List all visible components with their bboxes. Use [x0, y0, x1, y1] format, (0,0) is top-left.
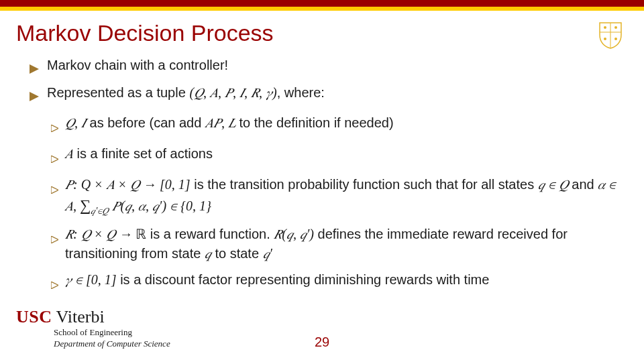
footer: USCViterbi School of Engineering Departm…: [0, 307, 644, 350]
s1d: to the definition if needed): [235, 115, 394, 130]
s3g: 𝑃(𝑞, 𝛼, 𝑞′) ∈ {0, 1}: [109, 198, 211, 213]
arrow-icon: [51, 229, 58, 249]
bullet-1: Markov chain with a controller!: [30, 56, 621, 79]
s4e: 𝑞: [205, 246, 211, 261]
s4a: 𝑅: 𝑄 × 𝑄 →: [65, 227, 136, 241]
page-number: 29: [315, 335, 329, 350]
s4g: 𝑞′: [263, 246, 272, 261]
s3f: ∑: [80, 197, 91, 214]
svg-marker-10: [51, 186, 58, 194]
svg-point-2: [604, 26, 606, 29]
viterbi-wordmark: Viterbi: [56, 307, 105, 326]
sub2-text: 𝐴 is a finite set of actions: [65, 144, 213, 164]
footer-left: USCViterbi School of Engineering Departm…: [0, 307, 170, 350]
s2a: 𝐴: [65, 146, 73, 161]
s3a: 𝑃: Q × 𝐴 × 𝑄 → [0, 1]: [65, 177, 191, 192]
sub5-text: 𝛾 ∈ [0, 1] is a discount factor represen…: [65, 270, 489, 290]
svg-marker-6: [30, 64, 39, 74]
usc-shield-icon: [596, 20, 625, 52]
sub1-text: 𝑄, 𝐼 as before (can add 𝐴𝑃, 𝐿 to the def…: [65, 113, 394, 133]
sub3-text: 𝑃: Q × 𝐴 × 𝑄 → [0, 1] is the transition …: [65, 175, 621, 218]
arrow-icon: [30, 87, 39, 107]
b2-post: , where:: [277, 85, 325, 100]
svg-marker-12: [51, 282, 58, 289]
b2-tuple: (𝑄, 𝐴, 𝑃, 𝐼, 𝑅, 𝛾): [189, 85, 276, 100]
arrow-icon: [51, 149, 58, 168]
sub-bullet-1: 𝑄, 𝐼 as before (can add 𝐴𝑃, 𝐿 to the def…: [51, 113, 621, 137]
s4b: is a reward function.: [146, 227, 274, 241]
s3d: and: [568, 177, 598, 192]
slide-title: Markov Decision Process: [16, 20, 628, 46]
s1a: 𝑄, 𝐼: [65, 115, 86, 130]
arrow-icon: [51, 180, 58, 199]
title-area: Markov Decision Process: [0, 11, 644, 50]
svg-point-3: [614, 26, 617, 29]
sub-bullets: 𝑄, 𝐼 as before (can add 𝐴𝑃, 𝐿 to the def…: [51, 113, 621, 294]
sub-bullet-2: 𝐴 is a finite set of actions: [51, 144, 621, 168]
svg-marker-11: [51, 236, 58, 243]
b2-pre: Represented as a tuple: [47, 85, 189, 100]
bullet-2-text: Represented as a tuple (𝑄, 𝐴, 𝑃, 𝐼, 𝑅, 𝛾…: [47, 83, 325, 103]
arrow-icon: [51, 118, 58, 137]
s4c: 𝑅(𝑞, 𝑞′): [274, 227, 314, 241]
svg-marker-8: [51, 125, 58, 132]
dept-line-1: School of Engineering: [54, 327, 170, 339]
s2b: is a finite set of actions: [73, 146, 213, 161]
s3b: is the transition probability function s…: [191, 177, 538, 192]
s1c: 𝐴𝑃, 𝐿: [205, 115, 235, 130]
svg-point-4: [604, 38, 606, 40]
bullet-1-text: Markov chain with a controller!: [47, 56, 228, 75]
dept-line-2: Department of Computer Science: [54, 339, 170, 350]
s4real: ℝ: [136, 227, 146, 241]
top-cardinal-stripe: [0, 0, 644, 7]
svg-marker-7: [30, 92, 39, 101]
sub-bullet-4: 𝑅: 𝑄 × 𝑄 → ℝ is a reward function. 𝑅(𝑞, …: [51, 225, 621, 263]
s4f: to state: [211, 246, 263, 261]
sub-bullet-5: 𝛾 ∈ [0, 1] is a discount factor represen…: [51, 270, 621, 294]
usc-wordmark: USC: [16, 307, 52, 326]
svg-point-5: [614, 38, 617, 40]
arrow-icon: [51, 275, 58, 294]
slide-content: Markov chain with a controller! Represen…: [0, 50, 644, 294]
s1b: as before (can add: [86, 115, 205, 130]
department-lines: School of Engineering Department of Comp…: [54, 327, 170, 350]
arrow-icon: [30, 60, 39, 79]
s5b: is a discount factor representing dimini…: [117, 272, 490, 287]
s3fsub: 𝑞′∈𝑄: [91, 206, 109, 216]
s3c: 𝑞 ∈ 𝑄: [538, 177, 568, 192]
s5a: 𝛾 ∈ [0, 1]: [65, 272, 117, 287]
bullet-2: Represented as a tuple (𝑄, 𝐴, 𝑃, 𝐼, 𝑅, 𝛾…: [30, 83, 621, 107]
svg-marker-9: [51, 156, 58, 163]
sub-bullet-3: 𝑃: Q × 𝐴 × 𝑄 → [0, 1] is the transition …: [51, 175, 621, 218]
sub4-text: 𝑅: 𝑄 × 𝑄 → ℝ is a reward function. 𝑅(𝑞, …: [65, 225, 621, 263]
